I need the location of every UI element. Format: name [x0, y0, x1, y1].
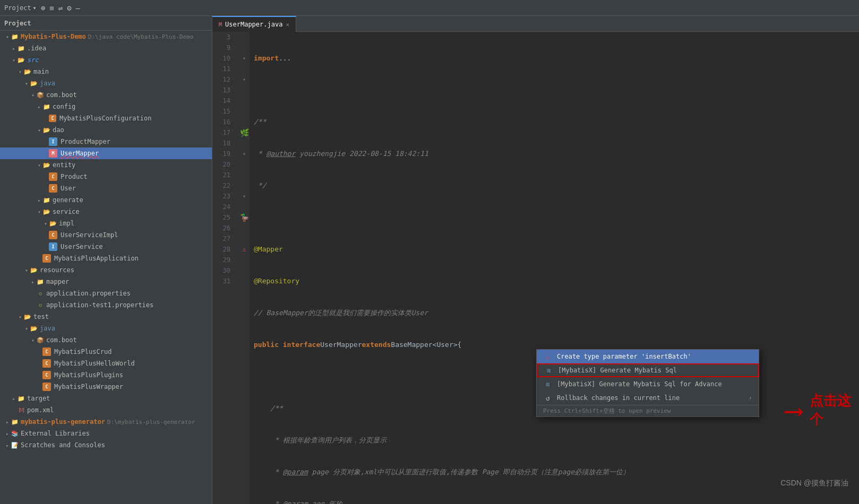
line-num-27: 27 [212, 233, 235, 244]
mybatisx-dropdown-icon: ≋ [544, 367, 554, 375]
expand-arrow [17, 68, 23, 75]
folder-icon: 📂 [42, 161, 51, 169]
sidebar-item-app-test-props[interactable]: ⚙ application-test1.properties [0, 299, 212, 311]
sidebar-item-mybatis-plugins[interactable]: C MybatisPlusPlugins [0, 369, 212, 381]
expand-arrow [30, 279, 36, 285]
dropdown-item-rollback[interactable]: ↺ Rollback changes in current line › [537, 391, 759, 405]
dropdown-item-mybatisx-generate[interactable]: ≋ [MybatisX] Generate Mybatis Sql [537, 363, 759, 377]
folder-icon: 📂 [49, 219, 57, 228]
list-icon[interactable]: ≡ [49, 4, 54, 12]
sidebar-item-resources[interactable]: 📂 resources [0, 264, 212, 276]
folder-icon: 📂 [42, 207, 51, 216]
sidebar-item-mapper-res[interactable]: 📁 mapper [0, 276, 212, 288]
sidebar-item-idea[interactable]: 📁 .idea [0, 42, 212, 54]
code-line-12: */ [254, 180, 859, 191]
item-label-userserviceimpl: UserServiceImpl [61, 231, 118, 239]
sidebar-item-entity[interactable]: 📂 entity [0, 159, 212, 171]
project-icon: 📁 [11, 418, 19, 426]
folder-icon: 📂 [30, 266, 38, 274]
properties-icon: ⚙ [36, 301, 45, 309]
sidebar-title: Project [4, 20, 31, 27]
expand-arrow [36, 103, 42, 110]
sidebar-item-userserviceimpl[interactable]: C UserServiceImpl [0, 229, 212, 241]
navigate-icon[interactable]: ⊕ [41, 4, 45, 12]
sidebar-item-app-props[interactable]: ⚙ application.properties [0, 288, 212, 299]
title-bar-icons: ⊕ ≡ ⇌ ⚙ — [41, 4, 80, 12]
sidebar-item-com-boot[interactable]: 📦 com.boot [0, 89, 212, 101]
class-icon: C [49, 184, 57, 193]
sidebar-item-userservice[interactable]: I UserService [0, 241, 212, 253]
tab-usermapper[interactable]: M UserMapper.java ✕ [212, 16, 296, 32]
sidebar-item-user[interactable]: C User [0, 183, 212, 194]
code-line-21: * @param page 分页对象,xml中可以从里面进行取值,传递参数 Pa… [254, 467, 859, 477]
line-num-22: 22 [212, 180, 235, 191]
sidebar-item-test-java[interactable]: 📂 java [0, 323, 212, 334]
expand-arrow [11, 57, 17, 63]
sidebar-item-mybatis-hello[interactable]: C MybatisPlusHelloWorld [0, 358, 212, 369]
expand-arrow [23, 80, 30, 86]
sidebar-item-mybatis-plus-gen[interactable]: 📁 mybatis-plus-generator D:\mybatis-plus… [0, 416, 212, 428]
sidebar-item-java[interactable]: 📂 java [0, 77, 212, 89]
sidebar-item-pom[interactable]: 𝕄 pom.xml [0, 404, 212, 416]
sidebar-item-test[interactable]: 📂 test [0, 311, 212, 323]
sidebar-item-config[interactable]: 📁 config [0, 101, 212, 112]
sidebar-item-main[interactable]: 📂 main [0, 66, 212, 77]
sidebar-item-impl[interactable]: 📂 impl [0, 218, 212, 229]
project-label-text: Mybatis-Plus-Demo [21, 33, 86, 40]
code-content[interactable]: import ... /** * @author youzhengjie 202… [250, 32, 859, 504]
item-label-scratches: Scratches and Consoles [21, 441, 105, 449]
sidebar-item-mybatis-wrapper[interactable]: C MybatisPlusWrapper [0, 381, 212, 393]
minimize-icon[interactable]: — [76, 4, 80, 12]
interface-icon: I [49, 242, 57, 251]
annotation-label: 点击这个 [810, 392, 859, 429]
line-numbers: 3 9 10 11 12 13 14 15 16 17 18 19 20 21 … [212, 32, 239, 504]
sidebar-item-mybatis-plus-demo[interactable]: 📁 Mybatis-Plus-Demo D:\java code\Mybatis… [0, 31, 212, 42]
sidebar-item-user-mapper[interactable]: M UserMapper [0, 147, 212, 159]
sidebar-item-src[interactable]: 📂 src [0, 54, 212, 66]
folder-icon: 📁 [36, 277, 45, 286]
item-label-test: test [33, 313, 49, 320]
error-dropdown-icon: ⚠ [543, 353, 553, 361]
item-label-mybatishello: MybatisPlusHelloWorld [54, 360, 135, 367]
xml-icon: 𝕄 [17, 406, 25, 414]
dropdown-menu: ⚠ Create type parameter 'insertBatch' ≋ … [536, 349, 759, 417]
sidebar: Project 📁 Mybatis-Plus-Demo D:\java code… [0, 16, 212, 504]
package-icon: 📦 [36, 336, 45, 344]
item-label-mybatiscrud: MybatisPlusCrud [54, 348, 111, 355]
sidebar-header: Project [0, 16, 212, 31]
line-num-19: 19 [212, 149, 235, 159]
sidebar-item-service[interactable]: 📂 service [0, 206, 212, 218]
sidebar-item-mybatisplus-app[interactable]: C MybatisPlusApplication [0, 253, 212, 264]
sidebar-item-mybatisplus-config[interactable]: C MybatisPlusConfiguration [0, 112, 212, 124]
code-line-14: @Mapper [254, 244, 859, 255]
sidebar-item-dao[interactable]: 📂 dao [0, 124, 212, 136]
error-icon: ⚠ [239, 244, 250, 255]
sidebar-item-product[interactable]: C Product [0, 171, 212, 183]
arrow-annotation: ⟵ 点击这个 [786, 392, 859, 429]
sidebar-item-external-libs[interactable]: 📚 External Libraries [0, 428, 212, 439]
expand-arrow [17, 314, 23, 320]
sidebar-item-scratches[interactable]: 📝 Scratches and Consoles [0, 439, 212, 451]
mybatisx-icon: 🦆 [239, 212, 250, 223]
sidebar-item-mybatis-crud[interactable]: C MybatisPlusCrud [0, 346, 212, 358]
expand-arrow [36, 197, 42, 203]
expand-arrow [36, 127, 42, 133]
code-editor[interactable]: 3 9 10 11 12 13 14 15 16 17 18 19 20 21 … [212, 32, 859, 504]
project-path: D:\java code\Mybatis-Plus-Demo [88, 33, 194, 40]
line-num-10: 10 [212, 53, 235, 64]
sidebar-item-generate[interactable]: 📁 generate [0, 194, 212, 206]
expand-arrow [30, 92, 36, 98]
sort-icon[interactable]: ⇌ [58, 4, 63, 12]
line-num-25: 25 [212, 212, 235, 223]
item-label-entity: entity [53, 161, 75, 169]
item-label-product: Product [61, 173, 88, 180]
dropdown-item-create-type-param[interactable]: ⚠ Create type parameter 'insertBatch' [537, 350, 759, 363]
sidebar-item-target[interactable]: 📁 target [0, 393, 212, 404]
dropdown-item-mybatisx-advance[interactable]: ≋ [MybatisX] Generate Mybatis Sql for Ad… [537, 377, 759, 391]
settings-icon[interactable]: ⚙ [67, 4, 71, 12]
folder-icon: 📂 [23, 312, 32, 321]
sidebar-item-test-com-boot[interactable]: 📦 com.boot [0, 334, 212, 346]
project-dropdown-icon[interactable]: ▾ [33, 4, 37, 12]
tab-close-button[interactable]: ✕ [286, 21, 289, 28]
sidebar-item-product-mapper[interactable]: I ProductMapper [0, 136, 212, 147]
